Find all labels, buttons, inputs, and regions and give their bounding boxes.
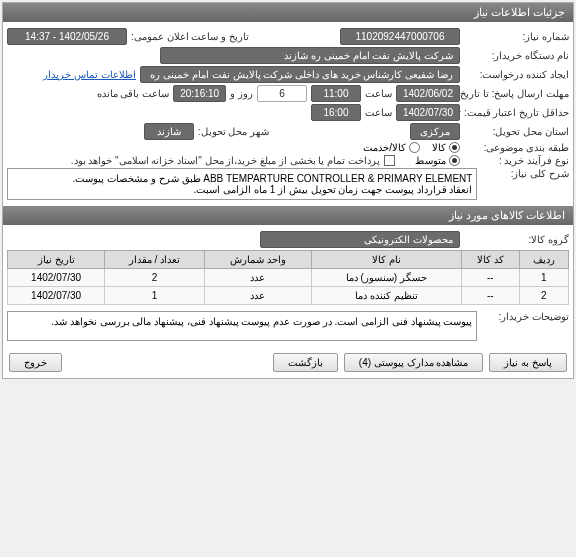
cell-date: 1402/07/30 [8,287,105,305]
desc-label: شرح کلی نیاز: [481,168,569,179]
items-table: ردیف کد کالا نام کالا واحد شمارش تعداد /… [7,250,569,305]
col-unit: واحد شمارش [204,251,311,269]
buyer-notes: پیوست پیشنهاد فنی الزامی است. در صورت عد… [7,311,477,341]
col-qty: تعداد / مقدار [105,251,204,269]
radio-service[interactable]: کالا/خدمت [363,142,420,153]
deadline-label: مهلت ارسال پاسخ: تا تاریخ: [464,88,569,99]
process-label: نوع فرآیند خرید : [464,155,569,166]
cell-row: 2 [519,287,568,305]
price-valid-label: حداقل تاریخ اعتبار قیمت: تا تاریخ: [464,107,569,118]
exit-button[interactable]: خروج [9,353,62,372]
req-no-label: شماره نیاز: [464,31,569,42]
category-label: طبقه بندی موضوعی: [464,142,569,153]
table-row[interactable]: 1 -- حسگر (سنسور) دما عدد 2 1402/07/30 [8,269,569,287]
cell-unit: عدد [204,287,311,305]
buyer-value: شرکت پالایش نفت امام خمینی ره شازند [160,47,460,64]
radio-goods-label: کالا [432,142,446,153]
radio-medium[interactable]: متوسط [415,155,460,166]
radio-goods[interactable]: کالا [432,142,460,153]
cell-code: -- [462,287,520,305]
days-and-label: روز و [230,88,253,99]
contact-link[interactable]: اطلاعات تماس خریدار [43,69,136,80]
buyer-notes-label: توضیحات خریدار: [481,311,569,322]
cell-date: 1402/07/30 [8,269,105,287]
radio-service-label: کالا/خدمت [363,142,406,153]
col-date: تاریخ نیاز [8,251,105,269]
creator-label: ایجاد کننده درخواست: [464,69,569,80]
table-row[interactable]: 2 -- تنظیم کننده دما عدد 1 1402/07/30 [8,287,569,305]
col-code: کد کالا [462,251,520,269]
main-header: جزئیات اطلاعات نیاز [3,3,573,22]
group-label: گروه کالا: [464,234,569,245]
creator-value: رضا شفیعی کارشناس خرید های داخلی شرکت پا… [140,66,460,83]
delivery-prov: مرکزی [410,123,460,140]
desc-value: ABB TEMPARTURE CONTROLLER & PRIMARY ELEM… [7,168,477,200]
cell-row: 1 [519,269,568,287]
time-left: 20:16:10 [173,85,226,102]
buyer-label: نام دستگاه خریدار: [464,50,569,61]
radio-medium-label: متوسط [415,155,446,166]
footer: پاسخ به نیاز مشاهده مدارک پیوستی (4) باز… [3,347,573,378]
time-label-2: ساعت [365,107,392,118]
attachments-button[interactable]: مشاهده مدارک پیوستی (4) [344,353,484,372]
deadline-date: 1402/06/02 [396,85,460,102]
radio-medium-icon [449,155,460,166]
main-panel: جزئیات اطلاعات نیاز شماره نیاز: 11020924… [2,2,574,379]
cell-code: -- [462,269,520,287]
col-row: ردیف [519,251,568,269]
delivery-city-label: شهر محل تحویل: [198,126,269,137]
group-value: محصولات الکترونیکی [260,231,460,248]
announce-label: تاریخ و ساعت اعلان عمومی: [131,31,249,42]
req-no-value: 1102092447000706 [340,28,460,45]
cell-name: حسگر (سنسور) دما [311,269,461,287]
delivery-prov-label: استان محل تحویل: [464,126,569,137]
price-valid-date: 1402/07/30 [396,104,460,121]
days-left: 6 [257,85,307,102]
back-button[interactable]: بازگشت [273,353,338,372]
cell-qty: 2 [105,269,204,287]
announce-value: 1402/05/26 - 14:37 [7,28,127,45]
time-left-label: ساعت باقی مانده [97,88,170,99]
radio-service-icon [409,142,420,153]
deadline-time: 11:00 [311,85,361,102]
cell-name: تنظیم کننده دما [311,287,461,305]
delivery-city: شازند [144,123,194,140]
pay-note: پرداخت تمام یا بخشی از مبلغ خرید،از محل … [71,155,380,166]
time-label-1: ساعت [365,88,392,99]
cell-qty: 1 [105,287,204,305]
col-name: نام کالا [311,251,461,269]
reply-button[interactable]: پاسخ به نیاز [489,353,567,372]
pay-checkbox[interactable] [384,155,395,166]
items-header: اطلاعات کالاهای مورد نیاز [3,206,573,225]
radio-goods-icon [449,142,460,153]
cell-unit: عدد [204,269,311,287]
price-valid-time: 16:00 [311,104,361,121]
